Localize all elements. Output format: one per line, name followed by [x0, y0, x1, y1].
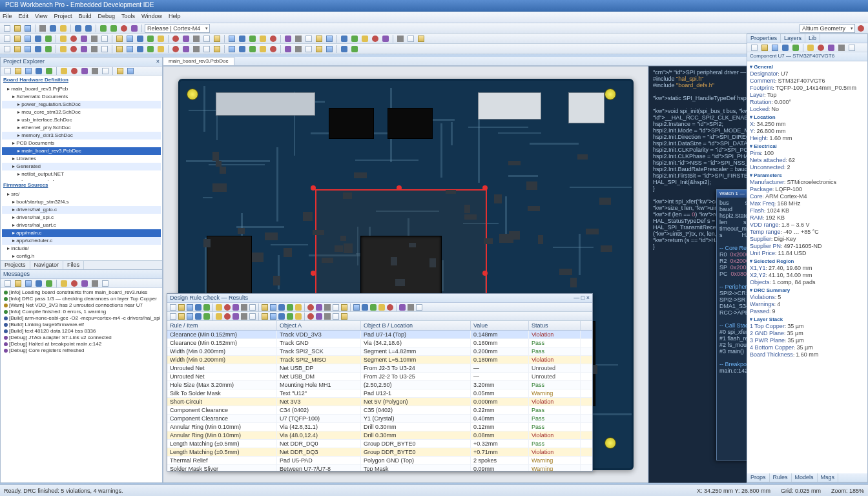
- toolbar-button[interactable]: [44, 34, 53, 43]
- table-row[interactable]: Length Matching (±0.5mm)Net DDR_DQ0Group…: [167, 440, 592, 448]
- toolbar-button[interactable]: [203, 304, 211, 311]
- toolbar-button[interactable]: [80, 279, 89, 288]
- toolbar-button[interactable]: [212, 34, 222, 43]
- property-row[interactable]: Manufacturer: STMicroelectronics: [750, 179, 865, 186]
- toolbar-button[interactable]: [13, 34, 22, 43]
- toolbar-button[interactable]: [79, 45, 88, 54]
- toolbar-button[interactable]: [90, 34, 99, 43]
- toolbar-button[interactable]: [269, 313, 277, 320]
- menu-build[interactable]: Build: [78, 13, 91, 21]
- property-row[interactable]: Pins: 100: [750, 150, 865, 157]
- toolbar-button[interactable]: [284, 45, 293, 54]
- toolbar-button[interactable]: [194, 304, 202, 311]
- toolbar-button[interactable]: [116, 67, 125, 76]
- toolbar-button[interactable]: [315, 34, 324, 43]
- toolbar-button[interactable]: [371, 34, 380, 43]
- toolbar-button[interactable]: [59, 34, 68, 43]
- toolbar-button[interactable]: [186, 313, 194, 320]
- tab[interactable]: Rules: [770, 473, 792, 482]
- debug-icon[interactable]: [130, 24, 139, 33]
- toolbar-button[interactable]: [791, 43, 800, 52]
- tree-item[interactable]: ▸ mcu_core_stm32.SchDoc: [2, 108, 161, 116]
- table-row[interactable]: Clearance (Min 0.152mm)Track VDD_3V3Pad …: [167, 331, 592, 339]
- toolbar-button[interactable]: [136, 34, 145, 43]
- toolbar-button[interactable]: [202, 45, 211, 54]
- toolbar-button[interactable]: [806, 43, 815, 52]
- toolbar-button[interactable]: [249, 304, 256, 311]
- property-row[interactable]: Package: LQFP-100: [750, 186, 865, 193]
- toolbar-button[interactable]: [125, 45, 134, 54]
- toolbar-button[interactable]: [258, 34, 267, 43]
- table-row[interactable]: Component ClearanceC34 (0402)C35 (0402)0…: [167, 406, 592, 415]
- toolbar-button[interactable]: [381, 34, 390, 43]
- close-icon[interactable]: [856, 24, 865, 33]
- view-combo[interactable]: Altium Geometry: [800, 24, 855, 33]
- table-header-row[interactable]: Rule / ItemObject AObject B / LocationVa…: [167, 321, 592, 331]
- tree-item[interactable]: ▸ main_board_rev3.PrjPcb: [2, 85, 161, 93]
- toolbar-button[interactable]: [24, 279, 33, 288]
- table-row[interactable]: Thermal ReliefPad U5-PADPolygon GND (Top…: [167, 457, 592, 465]
- toolbar-button[interactable]: [232, 313, 240, 320]
- toolbar-button[interactable]: [215, 313, 223, 320]
- build-icon[interactable]: [99, 24, 108, 33]
- property-row[interactable]: Max Freq: 168 MHz: [750, 200, 865, 207]
- toolbar-button[interactable]: [136, 45, 145, 54]
- table-row[interactable]: Unrouted NetNet USB_DPFrom J2-3 To U3-24…: [167, 364, 592, 373]
- property-row[interactable]: Layer: Top: [750, 92, 865, 99]
- drc-title[interactable]: Design Rule Check — Results— □ ×: [167, 294, 592, 303]
- property-row[interactable]: Rotation: 0.000°: [750, 99, 865, 106]
- toolbar-button[interactable]: [248, 45, 257, 54]
- toolbar-button[interactable]: [350, 34, 359, 43]
- toolbar-button[interactable]: [156, 45, 165, 54]
- property-row[interactable]: Height: 1.60 mm: [750, 135, 865, 142]
- left-tab[interactable]: Files: [63, 261, 84, 269]
- toolbar-button[interactable]: [781, 43, 790, 52]
- toolbar-button[interactable]: [398, 304, 406, 311]
- toolbar-button[interactable]: [417, 34, 426, 43]
- table-row[interactable]: Annular Ring (Min 0.10mm)Via (42.8,31.1)…: [167, 423, 592, 431]
- tree-item[interactable]: ▸ main_board_rev3.PcbDoc: [2, 147, 161, 155]
- toolbar-button[interactable]: [90, 279, 99, 288]
- toolbar-button[interactable]: [203, 313, 211, 320]
- property-row[interactable]: Unconnected: 2: [750, 164, 865, 171]
- toolbar-button[interactable]: [227, 34, 236, 43]
- toolbar-button[interactable]: [286, 313, 294, 320]
- toolbar-button[interactable]: [23, 34, 32, 43]
- table-row[interactable]: Annular Ring (Min 0.10mm)Via (48.0,12.4)…: [167, 431, 592, 440]
- redo-icon[interactable]: [84, 24, 93, 33]
- property-row[interactable]: Temp range: -40 … +85 °C: [750, 229, 865, 236]
- stop-icon[interactable]: [119, 24, 129, 33]
- open-icon[interactable]: [13, 24, 22, 33]
- toolbar-button[interactable]: [360, 34, 369, 43]
- column-header[interactable]: Status: [529, 321, 581, 330]
- tree-item[interactable]: ▸ usb_interface.SchDoc: [2, 116, 161, 124]
- new-icon[interactable]: [3, 24, 12, 33]
- toolbar-button[interactable]: [115, 45, 124, 54]
- toolbar-button[interactable]: [212, 45, 222, 54]
- toolbar-button[interactable]: [407, 304, 415, 311]
- toolbar-button[interactable]: [126, 67, 135, 76]
- toolbar-button[interactable]: [223, 304, 231, 311]
- toolbar-button[interactable]: [69, 34, 78, 43]
- toolbar-button[interactable]: [125, 34, 134, 43]
- tab[interactable]: Msgs: [818, 473, 839, 482]
- toolbar-button[interactable]: [100, 45, 109, 54]
- toolbar-button[interactable]: [101, 67, 110, 76]
- column-header[interactable]: Object A: [277, 321, 361, 330]
- tree-item[interactable]: ▸ include/: [2, 245, 161, 253]
- left-tab[interactable]: Projects: [1, 261, 30, 269]
- toolbar-button[interactable]: [307, 313, 315, 320]
- tree-item[interactable]: ▸ Libraries: [2, 155, 161, 163]
- toolbar-button[interactable]: [369, 304, 377, 311]
- toolbar-button[interactable]: [34, 67, 43, 76]
- tab[interactable]: Lib: [805, 34, 820, 43]
- toolbar-button[interactable]: [181, 45, 191, 54]
- toolbar-button[interactable]: [3, 45, 12, 54]
- toolbar-button[interactable]: [194, 313, 202, 320]
- toolbar-button[interactable]: [261, 313, 269, 320]
- tab[interactable]: Props: [747, 473, 770, 482]
- toolbar-button[interactable]: [227, 45, 236, 54]
- toolbar-button[interactable]: [378, 304, 386, 311]
- toolbar-button[interactable]: [238, 45, 247, 54]
- toolbar-button[interactable]: [340, 304, 348, 311]
